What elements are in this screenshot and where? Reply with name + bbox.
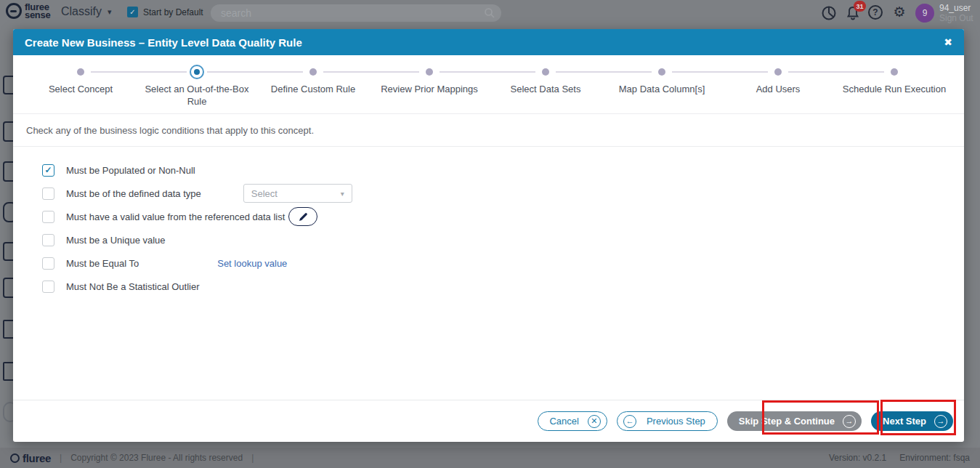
- help-icon[interactable]: ?: [868, 5, 883, 20]
- copyright-text: Copyright © 2023 Fluree - All rights res…: [70, 453, 243, 463]
- status-bar: fluree | Copyright © 2023 Fluree - All r…: [0, 448, 980, 468]
- create-rule-modal: Create New Business – Entity Level Data …: [13, 29, 964, 442]
- divider: |: [60, 453, 62, 463]
- condition-row-equal-to: Must be Equal To Set lookup value: [42, 251, 964, 275]
- previous-step-label: Previous Step: [647, 416, 705, 427]
- step-dot-active: [190, 65, 204, 79]
- step-dot: [774, 68, 782, 76]
- arrow-left-circle-icon: ←: [623, 415, 636, 428]
- condition-row-populated: ✓ Must be Populated or Non-Null: [42, 158, 964, 182]
- edit-data-list-button[interactable]: [288, 207, 317, 226]
- conditions-list: ✓ Must be Populated or Non-Null Must be …: [13, 147, 964, 298]
- data-type-select[interactable]: Select ▾: [243, 184, 352, 203]
- x-circle-icon: ✕: [588, 415, 601, 428]
- check-icon: ✓: [44, 165, 52, 175]
- analytics-pie-icon[interactable]: [821, 5, 837, 21]
- step-select-concept[interactable]: Select Concept: [23, 64, 139, 108]
- search-box: [211, 4, 501, 22]
- fluree-logo-icon: [10, 453, 20, 463]
- step-label: Map Data Column[s]: [604, 83, 720, 95]
- condition-row-valid-value: Must have a valid value from the referen…: [42, 205, 964, 228]
- fluree-logo-icon: [6, 3, 22, 19]
- user-avatar[interactable]: 9: [915, 4, 934, 23]
- checkbox-checked-icon: ✓: [127, 7, 138, 17]
- logo-text-sense: sense: [25, 11, 50, 19]
- step-label: Select Concept: [23, 83, 139, 95]
- step-map-data-columns[interactable]: Map Data Column[s]: [604, 64, 720, 108]
- condition-label: Must Not Be a Statistical Outlier: [66, 281, 200, 292]
- step-dot: [309, 68, 317, 76]
- search-icon: [484, 7, 495, 19]
- step-label: Define Custom Rule: [255, 83, 371, 95]
- step-schedule-run-execution[interactable]: Schedule Run Execution: [836, 64, 952, 108]
- condition-row-unique: Must be a Unique value: [42, 228, 964, 251]
- select-value: Select: [251, 188, 278, 199]
- cancel-button[interactable]: Cancel ✕: [538, 411, 607, 431]
- step-select-data-sets[interactable]: Select Data Sets: [487, 64, 604, 108]
- fluree-footer-logo: fluree: [10, 452, 51, 464]
- step-out-of-the-box-rule[interactable]: Select an Out-of-the-Box Rule: [139, 64, 255, 108]
- classify-menu[interactable]: Classify ▾: [61, 5, 112, 18]
- checkbox[interactable]: [42, 187, 54, 200]
- condition-label: Must be a Unique value: [66, 235, 166, 246]
- step-dot: [891, 68, 898, 76]
- instruction-text: Check any of the business logic conditio…: [13, 114, 964, 146]
- cancel-label: Cancel: [549, 416, 578, 427]
- next-step-button[interactable]: Next Step →: [871, 411, 953, 431]
- checkbox-checked[interactable]: ✓: [42, 164, 54, 177]
- checkbox[interactable]: [42, 234, 54, 246]
- username-label: 94_user: [939, 3, 973, 13]
- divider: |: [251, 453, 254, 463]
- start-by-default-checkbox[interactable]: ✓ Start by Default: [127, 7, 203, 17]
- sign-out-link[interactable]: Sign Out: [939, 13, 973, 23]
- step-label: Add Users: [720, 83, 836, 95]
- start-by-default-label: Start by Default: [143, 7, 203, 17]
- set-lookup-value-link[interactable]: Set lookup value: [217, 258, 287, 269]
- classify-label: Classify: [61, 5, 102, 18]
- condition-label: Must be Populated or Non-Null: [66, 165, 195, 176]
- environment-label: Environment: fsqa: [899, 453, 970, 463]
- notification-count-badge: 31: [854, 1, 866, 12]
- condition-row-statistical-outlier: Must Not Be a Statistical Outlier: [42, 275, 964, 298]
- checkbox[interactable]: [42, 257, 54, 270]
- arrow-right-circle-icon: →: [843, 415, 856, 428]
- modal-title: Create New Business – Entity Level Data …: [25, 36, 302, 49]
- skip-step-continue-button[interactable]: Skip Step & Continue →: [727, 411, 862, 431]
- top-app-bar: fluree sense Classify ▾ ✓ Start by Defau…: [0, 0, 980, 26]
- step-label: Schedule Run Execution: [836, 83, 952, 95]
- step-dot: [426, 68, 433, 76]
- modal-footer: Cancel ✕ ← Previous Step Skip Step & Con…: [13, 400, 964, 442]
- condition-label: Must be Equal To: [66, 258, 139, 269]
- settings-gear-icon[interactable]: ⚙: [891, 5, 907, 21]
- condition-label: Must have a valid value from the referen…: [66, 211, 285, 222]
- chevron-down-icon: ▾: [108, 7, 112, 17]
- checkbox[interactable]: [42, 281, 54, 293]
- chevron-down-icon: ▾: [341, 190, 344, 198]
- footer-logo-text: fluree: [23, 452, 51, 464]
- next-step-label: Next Step: [883, 416, 926, 427]
- close-icon[interactable]: ✖: [944, 36, 952, 48]
- arrow-right-circle-icon: →: [934, 415, 947, 428]
- step-label: Review Prior Mappings: [371, 83, 487, 95]
- pencil-icon: [298, 211, 309, 222]
- step-dot: [77, 68, 84, 76]
- fluree-sense-logo: fluree sense: [6, 3, 50, 19]
- wizard-stepper: Select Concept Select an Out-of-the-Box …: [13, 55, 964, 113]
- condition-label: Must be of the defined data type: [66, 188, 201, 199]
- step-dot: [658, 68, 665, 76]
- checkbox[interactable]: [42, 211, 54, 223]
- previous-step-button[interactable]: ← Previous Step: [617, 411, 718, 431]
- step-label: Select an Out-of-the-Box Rule: [139, 83, 255, 108]
- condition-row-data-type: Must be of the defined data type Select …: [42, 182, 964, 205]
- step-define-custom-rule[interactable]: Define Custom Rule: [255, 64, 371, 108]
- version-label: Version: v0.2.1: [829, 453, 886, 463]
- step-review-prior-mappings[interactable]: Review Prior Mappings: [371, 64, 487, 108]
- step-dot: [542, 68, 549, 76]
- search-input[interactable]: [211, 4, 501, 22]
- step-add-users[interactable]: Add Users: [720, 64, 836, 108]
- skip-step-label: Skip Step & Continue: [739, 416, 835, 427]
- modal-header: Create New Business – Entity Level Data …: [13, 29, 964, 55]
- step-label: Select Data Sets: [487, 83, 604, 95]
